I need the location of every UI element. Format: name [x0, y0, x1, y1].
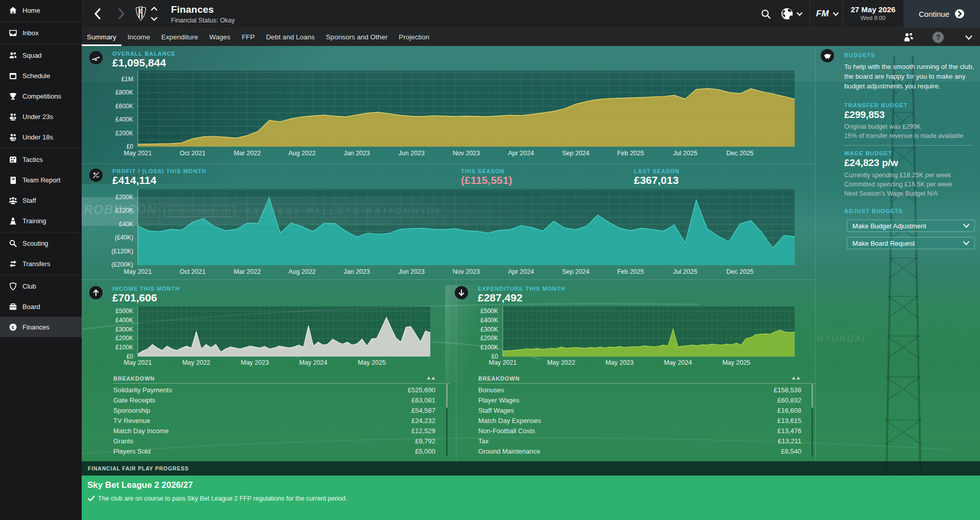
tab-expenditure[interactable]: Expenditure	[156, 28, 203, 46]
table-row: Non-Football Costs£13,476	[478, 426, 801, 436]
sidebar-item-squad[interactable]: Squad	[0, 45, 82, 65]
income-breakdown-scrollbar[interactable]	[446, 384, 448, 456]
expenditure-sort-button[interactable]	[792, 376, 801, 381]
training-cone-icon	[9, 217, 17, 225]
expenditure-breakdown-scrollbar[interactable]	[812, 384, 813, 456]
tab-debt-and-loans[interactable]: Debt and Loans	[261, 28, 320, 46]
breakdown-amount: £12,529	[411, 427, 435, 435]
svg-text:£200K: £200K	[115, 194, 133, 201]
table-row: Grants£9,792	[113, 436, 435, 446]
sidebar-item-label: Staff	[22, 197, 36, 204]
tab-wages[interactable]: Wages	[204, 28, 236, 46]
table-row: Ground Maintenance£8,540	[478, 446, 801, 456]
income-sort-button[interactable]	[427, 376, 436, 381]
continue-button[interactable]: Continue	[903, 0, 980, 28]
tab-ffp[interactable]: FFP	[237, 28, 260, 46]
breakdown-item: Tax	[478, 437, 488, 445]
chevron-down-icon	[797, 12, 802, 16]
sidebar-item-transfers[interactable]: Transfers	[0, 253, 82, 274]
dropdown-label: Make Board Request	[852, 240, 915, 247]
fm-menu-button[interactable]: FM	[814, 0, 841, 28]
scrollbar-thumb[interactable]	[812, 384, 813, 408]
svg-text:£400K: £400K	[480, 317, 498, 324]
help-icon: ?	[932, 31, 944, 43]
table-row: Players Sold£5,000	[113, 446, 435, 456]
delegate-button[interactable]	[898, 32, 919, 42]
tab-label: Wages	[209, 33, 231, 41]
table-row: Sponsorship£54,587	[113, 405, 435, 415]
income-breakdown-header: BREAKDOWN	[113, 375, 155, 382]
panel-collapse-button[interactable]	[958, 35, 980, 40]
sidebar-item-under-23s[interactable]: U23 Under 23s	[0, 106, 82, 127]
sidebar-item-home[interactable]: Home	[0, 0, 82, 20]
profit-loss-label: PROFIT / (LOSS) THIS MONTH	[112, 168, 206, 174]
under18-icon: U18	[9, 133, 17, 141]
wage-budget-note: Committed spending £16.5K per week	[844, 181, 952, 188]
club-switcher[interactable]	[151, 7, 158, 21]
transfer-budget-note: Original budget was £299K	[844, 123, 921, 130]
board-request-dropdown[interactable]: Make Board Request	[847, 237, 975, 249]
sidebar-item-board[interactable]: Board	[0, 296, 82, 317]
sidebar-item-scouting[interactable]: Scouting	[0, 233, 82, 253]
expenditure-label: EXPENDITURE THIS MONTH	[478, 286, 566, 292]
adjust-budgets-label: ADJUST BUDGETS	[844, 208, 903, 214]
sidebar-item-tactics[interactable]: Tactics	[0, 149, 82, 170]
tab-sponsors-and-other[interactable]: Sponsors and Other	[321, 28, 393, 46]
sidebar-item-label: Scouting	[22, 240, 48, 247]
scrollbar-thumb[interactable]	[446, 384, 448, 408]
sidebar-item-label: Team Report	[22, 176, 60, 184]
club-shield-icon	[9, 282, 17, 291]
breakdown-amount: £60,832	[777, 396, 801, 404]
sidebar-divider	[0, 275, 82, 275]
svg-text:Mar 2022: Mar 2022	[234, 268, 261, 275]
expenditure-breakdown-header: BREAKDOWN	[478, 375, 520, 382]
sidebar-item-team-report[interactable]: Team Report	[0, 170, 82, 190]
sidebar-item-club[interactable]: Club	[0, 276, 82, 296]
sidebar-item-schedule[interactable]: Schedule	[0, 65, 82, 86]
balance-scale-icon	[89, 51, 103, 64]
sidebar-item-staff[interactable]: Staff	[0, 190, 82, 210]
forward-button[interactable]	[114, 7, 129, 21]
content-area: ROBINSON (STAFFORD) LTD EXPRESS PALLETS …	[82, 46, 980, 520]
tab-projection[interactable]: Projection	[394, 28, 434, 46]
income-value: £701,606	[112, 292, 157, 304]
tab-label: Income	[128, 33, 150, 41]
tab-summary[interactable]: Summary	[82, 28, 121, 46]
ffp-status: The club are on course to pass Sky Bet L…	[98, 495, 347, 502]
fm-logo: FM	[816, 9, 829, 19]
svg-text:Dec 2025: Dec 2025	[726, 268, 754, 275]
svg-text:£800K: £800K	[115, 89, 133, 96]
tab-label: Projection	[399, 33, 429, 41]
profit-loss-chart: (£200K)(£120K)(£40K)£40K£120K£200KMay 20…	[82, 185, 817, 276]
help-button[interactable]: ?	[919, 31, 958, 43]
breakdown-item: Match Day Income	[113, 427, 168, 435]
transfers-icon	[9, 259, 17, 268]
svg-text:May 2021: May 2021	[489, 359, 517, 366]
wage-budget-label: WAGE BUDGET	[844, 150, 892, 156]
sidebar-item-finances[interactable]: £ Finances	[0, 317, 82, 337]
svg-text:Sep 2024: Sep 2024	[562, 150, 590, 157]
svg-text:£500K: £500K	[480, 308, 498, 315]
svg-text:Jun 2023: Jun 2023	[399, 150, 425, 157]
sidebar-item-label: Finances	[22, 323, 50, 331]
under23-icon: U23	[9, 112, 17, 121]
chevron-down-icon	[965, 35, 972, 40]
budgets-panel-divider	[815, 46, 816, 461]
section-divider	[82, 279, 815, 280]
sidebar-item-training[interactable]: Training	[0, 210, 82, 231]
tab-income[interactable]: Income	[122, 28, 155, 46]
budget-adjustment-dropdown[interactable]: Make Budget Adjustment	[847, 220, 975, 232]
club-crest[interactable]	[135, 6, 147, 21]
sort-ascending-icon	[792, 376, 801, 380]
chevron-left-icon	[94, 8, 101, 19]
section-divider	[82, 163, 815, 164]
breakdown-divider	[113, 383, 451, 384]
back-button[interactable]	[89, 7, 105, 21]
delegate-people-icon	[903, 32, 914, 42]
language-button[interactable]	[780, 0, 802, 28]
search-button[interactable]	[756, 0, 775, 28]
svg-text:Jun 2023: Jun 2023	[399, 268, 425, 275]
sidebar-item-competitions[interactable]: Competitions	[0, 86, 82, 106]
sidebar-item-inbox[interactable]: Inbox	[0, 22, 82, 43]
sidebar-item-under-18s[interactable]: U18 Under 18s	[0, 127, 82, 147]
